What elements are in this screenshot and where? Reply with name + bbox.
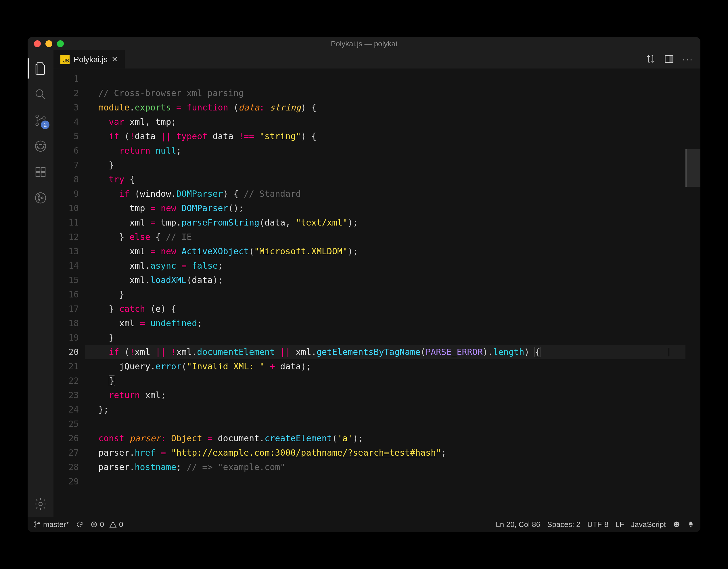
svg-point-1 xyxy=(36,115,39,118)
split-editor-icon[interactable] xyxy=(664,54,674,65)
svg-point-18 xyxy=(38,523,39,524)
status-branch[interactable]: master* xyxy=(33,520,69,529)
status-indent[interactable]: Spaces: 2 xyxy=(547,520,581,529)
activity-debug-icon[interactable] xyxy=(28,133,53,159)
minimap-slider[interactable] xyxy=(685,149,700,187)
status-eol[interactable]: LF xyxy=(615,520,624,529)
svg-point-13 xyxy=(39,502,42,506)
status-sync-icon[interactable] xyxy=(76,521,83,528)
app-window: Polykai.js — polykai 2 xyxy=(28,37,700,532)
svg-point-2 xyxy=(36,123,39,126)
compare-changes-icon[interactable] xyxy=(645,54,656,65)
svg-rect-5 xyxy=(36,167,40,171)
activity-settings-icon[interactable] xyxy=(28,491,53,517)
editor-actions: ··· xyxy=(645,50,700,68)
svg-rect-15 xyxy=(670,56,673,62)
activity-source-control-icon[interactable]: 2 xyxy=(28,107,53,133)
zoom-window-button[interactable] xyxy=(57,40,64,47)
status-encoding[interactable]: UTF-8 xyxy=(587,520,609,529)
status-language[interactable]: JavaScript xyxy=(631,520,666,529)
activity-search-icon[interactable] xyxy=(28,81,53,107)
svg-point-20 xyxy=(674,522,679,527)
svg-point-16 xyxy=(35,522,36,523)
code-content[interactable]: // Cross-browser xml parsing module.expo… xyxy=(85,69,685,517)
tab-label: Polykai.js xyxy=(74,55,108,64)
svg-rect-7 xyxy=(36,172,40,177)
svg-point-10 xyxy=(38,195,40,196)
line-number-gutter: 1234567891011121314151617181920212223242… xyxy=(53,69,85,517)
activity-extensions-icon[interactable] xyxy=(28,159,53,185)
minimap[interactable] xyxy=(685,69,700,517)
activity-bar: 2 xyxy=(28,50,53,517)
traffic-lights xyxy=(34,40,64,47)
code-editor[interactable]: 1234567891011121314151617181920212223242… xyxy=(53,69,700,517)
activity-git-icon[interactable] xyxy=(28,185,53,211)
svg-point-3 xyxy=(43,117,45,119)
status-cursor[interactable]: Ln 20, Col 86 xyxy=(496,520,540,529)
activity-files-icon[interactable] xyxy=(28,55,53,81)
svg-point-17 xyxy=(35,526,36,527)
svg-point-4 xyxy=(35,141,46,151)
status-feedback-icon[interactable] xyxy=(673,521,680,528)
error-count: 0 xyxy=(100,520,104,529)
more-actions-icon[interactable]: ··· xyxy=(682,54,693,65)
status-problems[interactable]: 0 0 xyxy=(90,520,123,529)
branch-name: master* xyxy=(43,520,69,529)
close-tab-icon[interactable]: ✕ xyxy=(112,55,118,64)
javascript-file-icon: JS xyxy=(60,55,70,64)
warning-count: 0 xyxy=(119,520,123,529)
svg-rect-8 xyxy=(41,172,45,177)
minimize-window-button[interactable] xyxy=(45,40,52,47)
svg-point-12 xyxy=(41,197,43,199)
svg-point-22 xyxy=(677,523,678,524)
tabs-bar: JS Polykai.js ✕ ··· xyxy=(53,50,700,69)
svg-rect-6 xyxy=(41,167,45,171)
svg-point-11 xyxy=(38,199,40,201)
tab-polykai-js[interactable]: JS Polykai.js ✕ xyxy=(53,50,125,68)
close-window-button[interactable] xyxy=(34,40,41,47)
window-title: Polykai.js — polykai xyxy=(28,39,700,48)
svg-point-0 xyxy=(36,90,43,97)
svg-point-21 xyxy=(675,523,676,524)
editor-area: JS Polykai.js ✕ ··· 12345678910111213141… xyxy=(53,50,700,517)
titlebar: Polykai.js — polykai xyxy=(28,37,700,50)
source-control-badge: 2 xyxy=(41,120,49,129)
status-bar: master* 0 0 Ln 20, Col 86 Spaces: 2 UTF-… xyxy=(28,517,700,532)
status-bell-icon[interactable] xyxy=(687,521,695,528)
